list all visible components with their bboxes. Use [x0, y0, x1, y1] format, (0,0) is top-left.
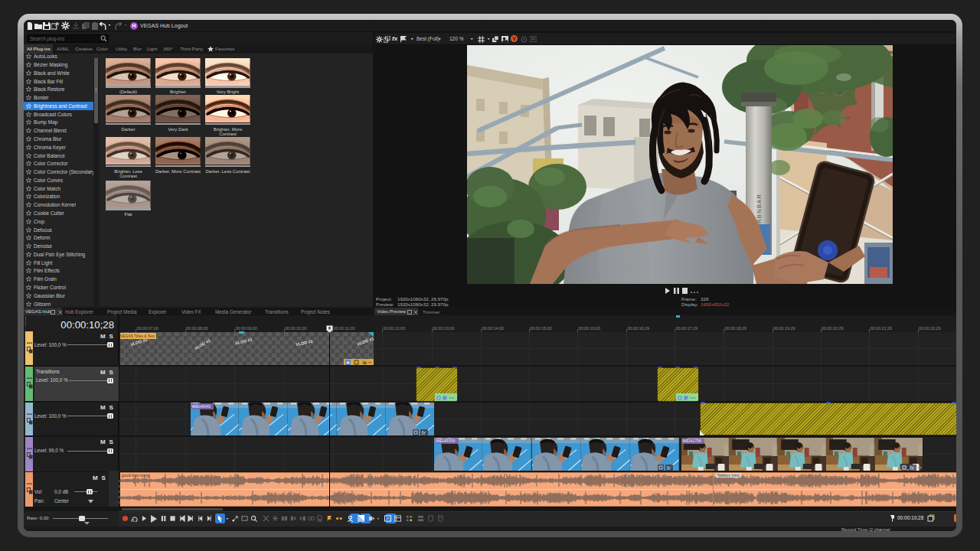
svg-text:fx: fx [667, 465, 671, 470]
svg-text:fx: fx [910, 465, 915, 470]
svg-text:fx: fx [422, 429, 426, 435]
